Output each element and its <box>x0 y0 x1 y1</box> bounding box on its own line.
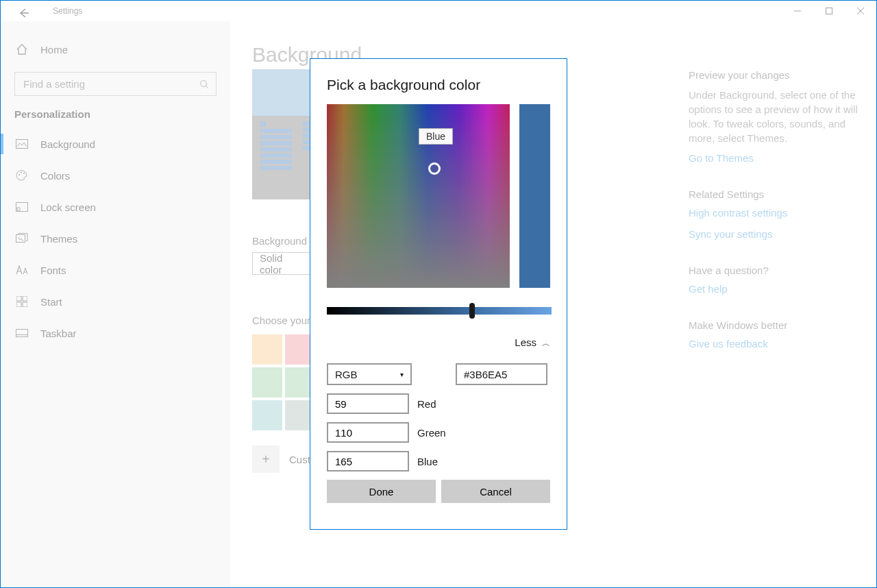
close-button[interactable] <box>845 1 876 21</box>
done-button[interactable]: Done <box>327 480 436 503</box>
sidebar-item-taskbar[interactable]: Taskbar <box>1 317 230 349</box>
search-icon <box>199 79 209 89</box>
home-nav[interactable]: Home <box>1 35 230 64</box>
plus-icon: + <box>252 445 280 473</box>
color-picker-dialog: Pick a background color Blue Less︿ RGB▾ … <box>310 58 567 530</box>
sidebar-item-label: Start <box>40 296 62 308</box>
sidebar-item-background[interactable]: Background <box>1 128 230 160</box>
slider-thumb[interactable] <box>469 303 475 319</box>
gradient-cursor[interactable] <box>428 162 441 175</box>
cancel-button[interactable]: Cancel <box>441 480 550 503</box>
sidebar-item-label: Lock screen <box>40 201 96 213</box>
svg-rect-12 <box>23 302 27 307</box>
sidebar-item-label: Colors <box>40 170 70 182</box>
red-input[interactable] <box>327 393 409 414</box>
minimize-button[interactable] <box>782 1 813 21</box>
feedback-link[interactable]: Give us feedback <box>689 338 860 350</box>
home-label: Home <box>40 44 68 56</box>
svg-rect-11 <box>16 302 21 307</box>
sidebar-item-label: Background <box>40 138 95 150</box>
svg-point-3 <box>18 174 20 175</box>
question-heading: Have a question? <box>689 265 860 276</box>
green-input[interactable] <box>327 422 409 443</box>
preview-text: Under Background, select one of the opti… <box>689 88 860 145</box>
sidebar-item-fonts[interactable]: Fonts <box>1 254 230 286</box>
green-label: Green <box>417 427 446 439</box>
palette-icon <box>16 169 28 182</box>
picture-icon <box>16 138 28 150</box>
maximize-button[interactable] <box>813 1 845 21</box>
lightness-slider[interactable] <box>327 307 552 315</box>
better-heading: Make Windows better <box>689 319 860 331</box>
sidebar-item-themes[interactable]: Themes <box>1 223 230 254</box>
preview-heading: Preview your changes <box>689 69 860 81</box>
right-panel: Preview your changes Under Background, s… <box>689 69 860 374</box>
get-help-link[interactable]: Get help <box>689 283 860 295</box>
category-header: Personalization <box>1 108 230 123</box>
start-icon <box>16 295 28 308</box>
svg-point-1 <box>201 80 207 86</box>
home-icon <box>16 43 28 56</box>
red-label: Red <box>417 398 436 410</box>
svg-rect-10 <box>23 296 27 301</box>
svg-rect-13 <box>16 330 28 337</box>
picker-title: Pick a background color <box>327 77 550 93</box>
sidebar-item-label: Themes <box>40 233 77 245</box>
related-heading: Related Settings <box>689 188 860 200</box>
sidebar-item-lockscreen[interactable]: Lock screen <box>1 191 230 223</box>
lockscreen-icon <box>16 201 28 213</box>
themes-icon <box>16 232 28 245</box>
back-button[interactable] <box>18 8 29 19</box>
sidebar-item-colors[interactable]: Colors <box>1 160 230 191</box>
color-swatch[interactable] <box>252 367 282 397</box>
themes-link[interactable]: Go to Themes <box>689 152 860 164</box>
svg-rect-2 <box>16 140 28 149</box>
color-tooltip: Blue <box>419 128 453 145</box>
hex-input[interactable]: #3B6EA5 <box>456 363 547 385</box>
blue-input[interactable] <box>327 451 409 471</box>
color-swatch[interactable] <box>252 334 282 365</box>
window-title: Settings <box>53 6 82 16</box>
search-input[interactable] <box>22 77 175 90</box>
sidebar-item-label: Fonts <box>40 265 66 276</box>
color-gradient[interactable]: Blue <box>327 104 510 288</box>
taskbar-icon <box>16 327 28 339</box>
color-swatch[interactable] <box>252 400 282 430</box>
svg-rect-0 <box>826 8 832 14</box>
sidebar-item-start[interactable]: Start <box>1 286 230 317</box>
svg-rect-9 <box>16 296 21 301</box>
svg-rect-7 <box>17 208 20 210</box>
svg-point-4 <box>21 172 22 173</box>
background-dropdown[interactable]: Solid color <box>252 252 315 275</box>
chevron-down-icon: ▾ <box>400 371 404 378</box>
sidebar: Home Personalization Background Colors L… <box>1 21 230 587</box>
high-contrast-link[interactable]: High contrast settings <box>689 207 860 219</box>
chevron-up-icon: ︿ <box>542 339 550 348</box>
color-preview <box>519 104 550 288</box>
svg-rect-8 <box>16 235 25 243</box>
less-toggle[interactable]: Less︿ <box>327 336 550 350</box>
svg-point-5 <box>23 173 25 174</box>
sidebar-item-label: Taskbar <box>40 328 77 339</box>
sync-settings-link[interactable]: Sync your settings <box>689 228 860 240</box>
color-mode-select[interactable]: RGB▾ <box>327 363 412 385</box>
blue-label: Blue <box>417 456 438 467</box>
fonts-icon <box>16 264 28 276</box>
search-box[interactable] <box>14 72 217 96</box>
